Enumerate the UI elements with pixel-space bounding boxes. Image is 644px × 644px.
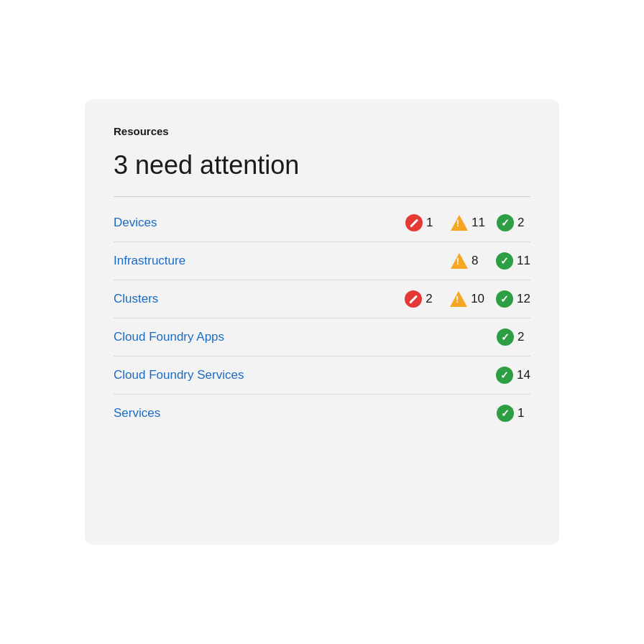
table-row: Services1 (114, 395, 530, 432)
status-count: 12 (517, 292, 530, 306)
status-group: 11 (496, 252, 530, 270)
attention-heading: 3 need attention (114, 150, 530, 180)
success-icon (497, 328, 514, 346)
status-group: 1 (497, 405, 530, 422)
status-group: 2 (497, 214, 530, 231)
resource-name-link[interactable]: Devices (114, 216, 394, 230)
status-count: 14 (517, 368, 530, 382)
status-group: 11 (451, 215, 485, 231)
table-row: Devices1112 (114, 204, 530, 242)
table-row: Cloud Foundry Services14 (114, 356, 530, 395)
success-icon (497, 405, 514, 422)
status-count: 1 (518, 406, 530, 420)
warning-icon (451, 215, 468, 231)
status-count: 2 (518, 216, 530, 230)
status-group: 10 (450, 291, 484, 307)
resource-name-link[interactable]: Services (114, 406, 485, 420)
status-count: 11 (517, 254, 530, 268)
table-row: Clusters21012 (114, 280, 530, 318)
success-icon (496, 367, 513, 384)
table-row: Cloud Foundry Apps2 (114, 318, 530, 356)
status-group: 14 (496, 367, 530, 384)
status-count: 1 (426, 216, 439, 230)
success-icon (497, 214, 514, 231)
status-group: 2 (497, 328, 530, 346)
status-group: 8 (451, 253, 484, 269)
status-group: 12 (496, 290, 530, 308)
error-icon (405, 290, 422, 308)
section-divider (114, 196, 530, 197)
resource-name-link[interactable]: Clusters (114, 292, 393, 306)
resource-name-link[interactable]: Infrastructure (114, 254, 439, 268)
status-count: 2 (426, 292, 438, 306)
status-count: 10 (471, 292, 484, 306)
status-count: 11 (472, 216, 485, 230)
status-count: 8 (472, 254, 484, 268)
success-icon (496, 290, 513, 308)
status-count: 2 (518, 330, 530, 344)
card-title: Resources (114, 125, 530, 137)
status-group: 1 (405, 214, 439, 231)
warning-icon (450, 291, 467, 307)
resource-name-link[interactable]: Cloud Foundry Services (114, 368, 484, 382)
success-icon (496, 252, 513, 270)
status-group: 2 (405, 290, 438, 308)
error-icon (405, 214, 423, 231)
table-row: Infrastructure811 (114, 242, 530, 280)
resource-name-link[interactable]: Cloud Foundry Apps (114, 330, 485, 344)
resource-list: Devices1112Infrastructure811Clusters2101… (114, 204, 530, 432)
warning-icon (451, 253, 468, 269)
resources-card: Resources 3 need attention Devices1112In… (85, 99, 559, 545)
